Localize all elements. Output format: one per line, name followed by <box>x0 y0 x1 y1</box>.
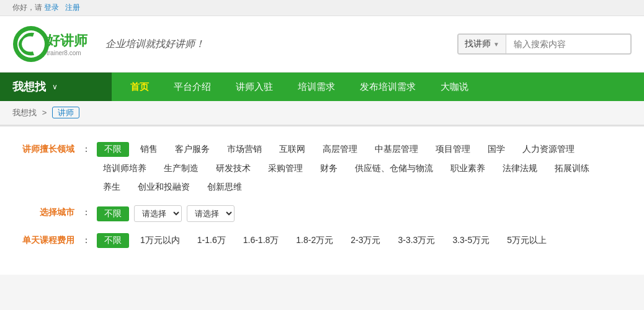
search-type-selector[interactable]: 找讲师 ▼ <box>458 35 506 53</box>
search-type-arrow: ▼ <box>493 41 499 48</box>
price-filter-row: 单天课程费用 ： 不限 1万元以内 1-1.6万 1.6-1.8万 1.8-2万… <box>19 233 625 248</box>
nav-item-intro[interactable]: 平台介绍 <box>161 73 223 101</box>
login-link[interactable]: 登录 <box>44 3 59 12</box>
expertise-project-mgmt[interactable]: 项目管理 <box>429 143 476 156</box>
nav-item-training-needs[interactable]: 培训需求 <box>285 73 347 101</box>
price-1.6-1.8w[interactable]: 1.6-1.8万 <box>237 234 285 247</box>
logo-slogan: 企业培训就找好讲师！ <box>105 38 205 51</box>
breadcrumb-root[interactable]: 我想找 <box>12 108 37 117</box>
expertise-health[interactable]: 养生 <box>97 180 127 194</box>
nav-items-container: 首页 平台介绍 讲师入驻 培训需求 发布培训需求 大咖说 <box>112 73 487 101</box>
filter-area: 讲师擅长领域 ： 不限 销售 客户服务 市场营销 互联网 高层管理 中基层管理 … <box>0 125 644 275</box>
price-options: 不限 1万元以内 1-1.6万 1.6-1.8万 1.8-2万元 2-3万元 3… <box>97 233 625 248</box>
search-input[interactable] <box>506 35 630 53</box>
nav-item-daka[interactable]: 大咖说 <box>428 73 481 101</box>
logo: 好讲师 trainer8.com 企业培训就找好讲师！ <box>12 25 205 63</box>
svg-text:trainer8.com: trainer8.com <box>47 50 81 56</box>
expertise-colon: ： <box>82 142 91 155</box>
expertise-market[interactable]: 市场营销 <box>221 143 268 156</box>
expertise-internet[interactable]: 互联网 <box>273 143 311 156</box>
city-options: 不限 请选择 北京 上海 广州 深圳 请选择 东城区 西城区 朝阳区 <box>97 205 625 222</box>
price-unlimited[interactable]: 不限 <box>97 233 129 248</box>
expertise-rd[interactable]: 研发技术 <box>210 162 257 175</box>
expertise-mid-mgmt[interactable]: 中基层管理 <box>369 143 424 156</box>
breadcrumb-current: 讲师 <box>52 107 79 118</box>
header: 好讲师 trainer8.com 企业培训就找好讲师！ 找讲师 ▼ <box>0 16 644 73</box>
expertise-label: 讲师擅长领域 <box>19 142 74 155</box>
expertise-supply-chain[interactable]: 供应链、仓储与物流 <box>349 162 439 175</box>
expertise-career[interactable]: 职业素养 <box>444 162 491 175</box>
nav-main-label: 我想找 <box>12 79 46 94</box>
svg-text:好讲师: 好讲师 <box>46 33 88 48</box>
logo-image: 好讲师 trainer8.com <box>12 25 99 63</box>
nav-main-button[interactable]: 我想找 ∨ <box>0 73 112 101</box>
expertise-filter-row: 讲师擅长领域 ： 不限 销售 客户服务 市场营销 互联网 高层管理 中基层管理 … <box>19 142 625 194</box>
price-colon: ： <box>82 233 91 246</box>
breadcrumb: 我想找 > 讲师 <box>0 101 644 125</box>
expertise-innovation[interactable]: 创新思维 <box>201 180 248 194</box>
price-over-5w[interactable]: 5万元以上 <box>501 234 553 247</box>
search-area: 找讲师 ▼ <box>457 33 632 55</box>
expertise-finance[interactable]: 财务 <box>314 162 344 175</box>
city-unlimited[interactable]: 不限 <box>97 206 129 221</box>
breadcrumb-separator: > <box>42 108 47 117</box>
expertise-expansion[interactable]: 拓展训练 <box>548 162 596 175</box>
expertise-hr[interactable]: 人力资源管理 <box>516 143 581 156</box>
expertise-sales[interactable]: 销售 <box>134 143 164 156</box>
expertise-manufacturing[interactable]: 生产制造 <box>158 162 205 175</box>
price-1.8-2w[interactable]: 1.8-2万元 <box>290 234 339 247</box>
price-2-3w[interactable]: 2-3万元 <box>344 234 387 247</box>
price-3.3-5w[interactable]: 3.3-5万元 <box>446 234 496 247</box>
city-district-select[interactable]: 请选择 东城区 西城区 朝阳区 <box>187 205 235 222</box>
city-filter-row: 选择城市 ： 不限 请选择 北京 上海 广州 深圳 请选择 东城区 西城区 朝阳… <box>19 205 625 222</box>
expertise-options: 不限 销售 客户服务 市场营销 互联网 高层管理 中基层管理 项目管理 国学 人… <box>97 142 625 194</box>
expertise-procurement[interactable]: 采购管理 <box>262 162 309 175</box>
nav-item-publish-training[interactable]: 发布培训需求 <box>347 73 428 101</box>
expertise-guoxue[interactable]: 国学 <box>481 143 511 156</box>
expertise-law[interactable]: 法律法规 <box>496 162 543 175</box>
greeting-text: 你好，请 <box>12 3 42 12</box>
city-province-select[interactable]: 请选择 北京 上海 广州 深圳 <box>134 205 182 222</box>
city-colon: ： <box>82 205 91 218</box>
price-under-1w[interactable]: 1万元以内 <box>134 234 186 247</box>
price-1-1.6w[interactable]: 1-1.6万 <box>191 234 232 247</box>
register-link[interactable]: 注册 <box>65 3 80 12</box>
expertise-startup[interactable]: 创业和投融资 <box>132 180 196 194</box>
nav-main-arrow-icon: ∨ <box>52 82 58 91</box>
nav-item-home[interactable]: 首页 <box>118 73 161 101</box>
expertise-trainer-training[interactable]: 培训师培养 <box>97 162 153 175</box>
nav-item-trainer-join[interactable]: 讲师入驻 <box>223 73 285 101</box>
expertise-unlimited[interactable]: 不限 <box>97 142 129 157</box>
city-label: 选择城市 <box>19 205 74 218</box>
expertise-senior-mgmt[interactable]: 高层管理 <box>316 143 364 156</box>
price-label: 单天课程费用 <box>19 233 74 246</box>
search-type-label: 找讲师 <box>465 38 491 50</box>
top-bar: 你好，请 登录 注册 <box>0 0 644 16</box>
expertise-customer-service[interactable]: 客户服务 <box>169 143 216 156</box>
navigation: 我想找 ∨ 首页 平台介绍 讲师入驻 培训需求 发布培训需求 大咖说 <box>0 73 644 101</box>
price-3-3.3w[interactable]: 3-3.3万元 <box>391 234 441 247</box>
